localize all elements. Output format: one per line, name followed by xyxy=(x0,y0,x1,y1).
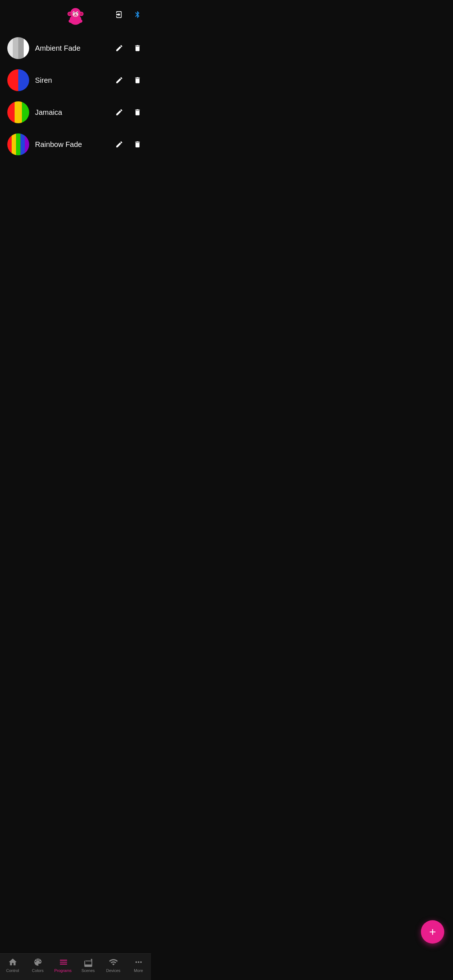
svg-point-9 xyxy=(73,12,74,13)
program-name: Rainbow Fade xyxy=(35,140,107,149)
program-item[interactable]: Siren xyxy=(0,64,151,96)
program-icon-siren xyxy=(7,69,29,91)
edit-icon xyxy=(115,76,123,84)
header xyxy=(0,0,151,29)
program-name: Ambient Fade xyxy=(35,44,107,52)
program-icon-jamaica xyxy=(7,101,29,123)
program-list: Ambient Fade Siren Jamaica xyxy=(0,29,151,163)
app-logo xyxy=(65,5,86,27)
edit-icon xyxy=(115,108,123,116)
delete-icon xyxy=(134,44,142,52)
delete-icon xyxy=(134,140,142,148)
program-name: Jamaica xyxy=(35,108,107,117)
svg-point-3 xyxy=(69,13,71,15)
svg-point-15 xyxy=(77,19,83,23)
svg-point-5 xyxy=(80,13,83,15)
delete-button[interactable] xyxy=(131,74,144,86)
program-item[interactable]: Rainbow Fade xyxy=(0,128,151,161)
program-icon-rainbow-fade xyxy=(7,134,29,155)
edit-icon xyxy=(115,140,123,148)
edit-icon xyxy=(115,44,123,52)
delete-button[interactable] xyxy=(131,138,144,151)
svg-point-10 xyxy=(77,12,78,13)
program-icon-ambient-fade xyxy=(7,37,29,59)
delete-icon xyxy=(134,76,142,84)
bluetooth-button[interactable] xyxy=(131,8,144,21)
delete-button[interactable] xyxy=(131,106,144,118)
delete-button[interactable] xyxy=(131,42,144,54)
edit-button[interactable] xyxy=(113,106,126,118)
program-name: Siren xyxy=(35,76,107,84)
header-actions xyxy=(113,8,144,21)
svg-point-13 xyxy=(76,14,76,14)
edit-button[interactable] xyxy=(113,138,126,151)
login-icon xyxy=(115,11,123,19)
program-item[interactable]: Jamaica xyxy=(0,96,151,128)
svg-point-12 xyxy=(75,14,75,14)
bluetooth-icon xyxy=(134,11,142,19)
login-button[interactable] xyxy=(113,8,126,21)
edit-button[interactable] xyxy=(113,42,126,54)
delete-icon xyxy=(134,108,142,116)
edit-button[interactable] xyxy=(113,74,126,86)
svg-point-14 xyxy=(69,19,74,23)
program-item[interactable]: Ambient Fade xyxy=(0,32,151,64)
